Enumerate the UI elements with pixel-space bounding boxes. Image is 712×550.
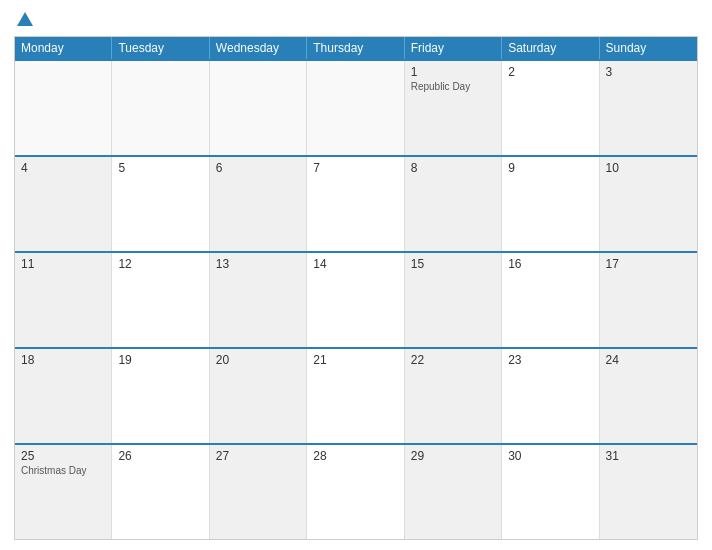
day-number: 18 — [21, 353, 105, 367]
calendar-day-cell: 29 — [405, 445, 502, 539]
day-number: 7 — [313, 161, 397, 175]
calendar-day-cell: 10 — [600, 157, 697, 251]
calendar-body: 1Republic Day234567891011121314151617181… — [15, 59, 697, 539]
calendar-header-cell: Friday — [405, 37, 502, 59]
calendar-day-cell: 30 — [502, 445, 599, 539]
day-number: 24 — [606, 353, 691, 367]
calendar-week-row: 25Christmas Day262728293031 — [15, 443, 697, 539]
calendar-day-cell: 27 — [210, 445, 307, 539]
day-number: 13 — [216, 257, 300, 271]
day-number: 30 — [508, 449, 592, 463]
calendar-header-row: MondayTuesdayWednesdayThursdayFridaySatu… — [15, 37, 697, 59]
day-number: 19 — [118, 353, 202, 367]
day-number: 1 — [411, 65, 495, 79]
calendar-day-cell: 4 — [15, 157, 112, 251]
day-number: 23 — [508, 353, 592, 367]
calendar-day-cell: 16 — [502, 253, 599, 347]
page-header — [14, 10, 698, 28]
calendar-day-cell: 21 — [307, 349, 404, 443]
day-number: 22 — [411, 353, 495, 367]
day-number: 27 — [216, 449, 300, 463]
calendar-day-cell: 9 — [502, 157, 599, 251]
calendar-day-cell: 12 — [112, 253, 209, 347]
calendar-day-cell: 8 — [405, 157, 502, 251]
day-number: 16 — [508, 257, 592, 271]
calendar-day-cell: 6 — [210, 157, 307, 251]
day-event: Republic Day — [411, 81, 495, 92]
day-number: 25 — [21, 449, 105, 463]
calendar-day-cell — [210, 61, 307, 155]
day-number: 31 — [606, 449, 691, 463]
calendar-day-cell: 31 — [600, 445, 697, 539]
calendar-day-cell: 28 — [307, 445, 404, 539]
calendar-week-row: 11121314151617 — [15, 251, 697, 347]
day-number: 6 — [216, 161, 300, 175]
day-number: 26 — [118, 449, 202, 463]
calendar-day-cell: 11 — [15, 253, 112, 347]
day-number: 20 — [216, 353, 300, 367]
calendar-day-cell: 25Christmas Day — [15, 445, 112, 539]
calendar-day-cell: 1Republic Day — [405, 61, 502, 155]
calendar-day-cell: 5 — [112, 157, 209, 251]
calendar-day-cell: 19 — [112, 349, 209, 443]
calendar-day-cell: 13 — [210, 253, 307, 347]
calendar-week-row: 18192021222324 — [15, 347, 697, 443]
calendar-day-cell — [112, 61, 209, 155]
calendar-header-cell: Wednesday — [210, 37, 307, 59]
day-number: 21 — [313, 353, 397, 367]
calendar-day-cell: 14 — [307, 253, 404, 347]
day-number: 29 — [411, 449, 495, 463]
day-number: 4 — [21, 161, 105, 175]
calendar-day-cell: 7 — [307, 157, 404, 251]
calendar-header-cell: Thursday — [307, 37, 404, 59]
calendar-day-cell: 2 — [502, 61, 599, 155]
day-number: 14 — [313, 257, 397, 271]
calendar-day-cell: 24 — [600, 349, 697, 443]
calendar-header-cell: Sunday — [600, 37, 697, 59]
day-number: 12 — [118, 257, 202, 271]
day-number: 3 — [606, 65, 691, 79]
calendar-day-cell: 20 — [210, 349, 307, 443]
svg-marker-0 — [17, 12, 33, 26]
calendar-day-cell: 22 — [405, 349, 502, 443]
calendar-day-cell: 3 — [600, 61, 697, 155]
calendar-day-cell: 15 — [405, 253, 502, 347]
calendar-header-cell: Saturday — [502, 37, 599, 59]
calendar-page: MondayTuesdayWednesdayThursdayFridaySatu… — [0, 0, 712, 550]
day-number: 8 — [411, 161, 495, 175]
day-number: 5 — [118, 161, 202, 175]
day-event: Christmas Day — [21, 465, 105, 476]
calendar-day-cell: 17 — [600, 253, 697, 347]
day-number: 11 — [21, 257, 105, 271]
calendar-day-cell — [307, 61, 404, 155]
day-number: 2 — [508, 65, 592, 79]
calendar-day-cell — [15, 61, 112, 155]
day-number: 17 — [606, 257, 691, 271]
logo-icon — [16, 10, 34, 28]
calendar-header-cell: Monday — [15, 37, 112, 59]
logo — [14, 10, 34, 28]
calendar-header-cell: Tuesday — [112, 37, 209, 59]
calendar-week-row: 45678910 — [15, 155, 697, 251]
calendar-day-cell: 26 — [112, 445, 209, 539]
day-number: 10 — [606, 161, 691, 175]
day-number: 15 — [411, 257, 495, 271]
day-number: 9 — [508, 161, 592, 175]
calendar-week-row: 1Republic Day23 — [15, 59, 697, 155]
calendar-day-cell: 23 — [502, 349, 599, 443]
calendar-grid: MondayTuesdayWednesdayThursdayFridaySatu… — [14, 36, 698, 540]
day-number: 28 — [313, 449, 397, 463]
calendar-day-cell: 18 — [15, 349, 112, 443]
